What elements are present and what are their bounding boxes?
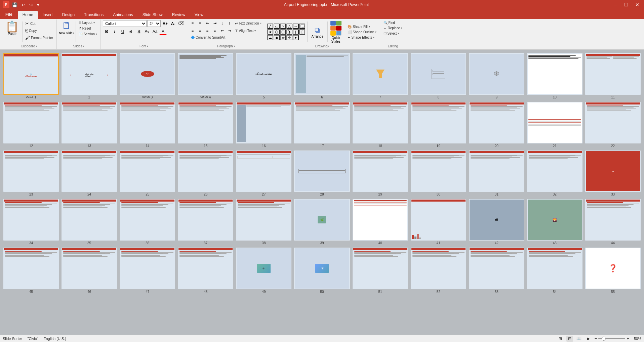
qs-1[interactable]	[330, 21, 336, 26]
shape-outline-button[interactable]: ⬜ Shape Outline ▾	[346, 30, 377, 35]
shape-chevron[interactable]: ❯	[286, 29, 292, 35]
slide-thumb-52[interactable]: 52	[411, 248, 466, 294]
qs-3[interactable]	[330, 26, 336, 31]
shadow-button[interactable]: S	[135, 28, 143, 35]
tab-transitions[interactable]: Transitions	[79, 11, 108, 19]
convert-smartart-button[interactable]: 🔷 Convert to SmartArt	[189, 35, 227, 40]
font-name-select[interactable]: Calibri	[103, 20, 147, 27]
slide-thumb-38[interactable]: 38	[236, 199, 291, 245]
italic-button[interactable]: I	[111, 28, 118, 35]
shape-triangle[interactable]: △	[286, 24, 292, 29]
reset-button[interactable]: ↺ Reset	[77, 26, 98, 31]
shape-hexagon[interactable]: ⬡	[280, 29, 286, 35]
shapes-dropdown[interactable]: ▾	[293, 35, 299, 40]
slide-thumb-48[interactable]: 48	[178, 248, 233, 294]
arrange-button[interactable]: ⧉ Arrange	[310, 25, 326, 39]
align-text-button[interactable]: ⊤ Align Text ▾	[234, 28, 257, 33]
shape-brace[interactable]: {	[293, 29, 299, 35]
shape-callout[interactable]: 💬	[299, 24, 305, 29]
font-expand-icon[interactable]: ▾	[147, 45, 148, 48]
layout-dropdown-icon[interactable]: ▾	[93, 21, 95, 24]
slide-thumb-4[interactable]: 00:054	[178, 53, 233, 99]
tab-view[interactable]: View	[190, 11, 208, 19]
line-spacing-button[interactable]: ↕	[219, 20, 226, 26]
slide-thumb-32[interactable]: 32	[527, 151, 582, 197]
slide-thumb-20[interactable]: 20	[469, 102, 524, 148]
center-button[interactable]: ≡	[197, 28, 203, 34]
shape-parallelogram[interactable]: ▱	[280, 35, 286, 40]
format-painter-button[interactable]: 🖌 Format Painter	[24, 34, 54, 41]
shape-oval[interactable]: ○	[280, 24, 286, 29]
presentation-view-button[interactable]: ▶	[585, 336, 592, 342]
slide-thumb-10[interactable]: 10	[527, 53, 582, 99]
slide-thumb-37[interactable]: 37	[178, 199, 233, 245]
decrease-font-button[interactable]: A-	[169, 20, 177, 27]
slide-thumb-14[interactable]: 14	[120, 102, 175, 148]
tab-home[interactable]: Home	[18, 11, 38, 19]
section-button[interactable]: 📑 Section ▾	[77, 32, 98, 37]
close-button[interactable]: ✕	[633, 1, 641, 8]
replace-button[interactable]: ↔ Replace ▾	[382, 26, 404, 31]
cut-button[interactable]: ✂ Cut	[24, 20, 54, 27]
change-case-button[interactable]: Aa	[151, 28, 159, 35]
decrease-indent-button[interactable]: ⇤	[204, 20, 211, 26]
slide-thumb-36[interactable]: 36	[120, 199, 175, 245]
slide-thumb-29[interactable]: 29	[353, 151, 408, 197]
shape-line[interactable]: ╱	[267, 24, 273, 29]
minimize-button[interactable]: ─	[612, 1, 619, 8]
zoom-slider[interactable]	[598, 338, 625, 339]
slide-thumb-24[interactable]: 24	[62, 151, 117, 197]
slide-thumb-21[interactable]: 21	[527, 102, 582, 148]
undo-button[interactable]: ↩	[20, 2, 27, 8]
slide-thumb-25[interactable]: 25	[120, 151, 175, 197]
reading-view-button[interactable]: 📖	[576, 336, 582, 342]
slide-thumb-55[interactable]: ❓55	[585, 248, 641, 294]
tab-slideshow[interactable]: Slide Show	[138, 11, 167, 19]
restore-button[interactable]: ❐	[622, 1, 631, 8]
underline-button[interactable]: U	[119, 28, 126, 35]
new-slide-dropdown-icon[interactable]: ▾	[73, 32, 74, 35]
slide-thumb-43[interactable]: 🌄43	[527, 199, 582, 245]
slide-thumb-46[interactable]: 46	[62, 248, 117, 294]
tab-insert[interactable]: Insert	[38, 11, 57, 19]
slides-expand-icon[interactable]: ▾	[83, 45, 84, 48]
increase-indent-button[interactable]: ⇥	[211, 20, 218, 26]
align-right-button[interactable]: ≡	[204, 28, 211, 34]
qs-6[interactable]	[336, 31, 341, 36]
paragraph-expand-icon[interactable]: ▾	[234, 45, 235, 48]
slide-thumb-6[interactable]: 6	[294, 53, 350, 99]
strikethrough-button[interactable]: S	[127, 28, 134, 35]
zoom-out-icon[interactable]: −	[595, 336, 597, 341]
shape-cross[interactable]: ✛	[286, 35, 292, 40]
slide-thumb-44[interactable]: 44	[585, 199, 641, 245]
shape-star[interactable]: ★	[267, 29, 273, 35]
slide-thumb-23[interactable]: 23	[3, 151, 59, 197]
qs-2[interactable]	[336, 21, 341, 26]
shape-effects-button[interactable]: ✦ Shape Effects ▾	[346, 35, 377, 40]
slide-thumb-50[interactable]: 🗺50	[294, 248, 350, 294]
slide-thumb-47[interactable]: 47	[120, 248, 175, 294]
slide-thumb-22[interactable]: 22	[585, 102, 641, 148]
slide-thumb-13[interactable]: 13	[62, 102, 117, 148]
shape-pentagon[interactable]: ⬠	[274, 29, 280, 35]
slide-sorter[interactable]: 🐦مهندسی فرودگاه00:151↓سلام عليكمفرودگاه↓…	[0, 50, 644, 335]
slide-thumb-19[interactable]: 19	[411, 102, 466, 148]
shape-fill-button[interactable]: 🎨 Shape Fill ▾	[346, 24, 377, 29]
slide-thumb-31[interactable]: 31	[469, 151, 524, 197]
slide-thumb-41[interactable]: 41	[411, 199, 466, 245]
tab-animations[interactable]: Animations	[108, 11, 137, 19]
slide-thumb-16[interactable]: 16	[236, 102, 291, 148]
slide-thumb-1[interactable]: 🐦مهندسی فرودگاه00:151	[3, 53, 59, 99]
slide-thumb-34[interactable]: 34	[3, 199, 59, 245]
increase-font-button[interactable]: A+	[161, 20, 169, 27]
slide-thumb-28[interactable]: 28	[294, 151, 350, 197]
slide-thumb-30[interactable]: 30	[411, 151, 466, 197]
slide-thumb-51[interactable]: 51	[353, 248, 408, 294]
bold-button[interactable]: B	[103, 28, 110, 35]
save-button[interactable]: 💾	[11, 2, 19, 8]
font-size-select[interactable]: 24 12 18 28 36	[147, 20, 161, 27]
normal-view-button[interactable]: ⊞	[557, 336, 564, 342]
find-button[interactable]: 🔍 Find	[382, 20, 404, 25]
slide-thumb-2[interactable]: ↓سلام عليكمفرودگاه↓2	[62, 53, 117, 99]
qs-5[interactable]	[330, 31, 336, 36]
